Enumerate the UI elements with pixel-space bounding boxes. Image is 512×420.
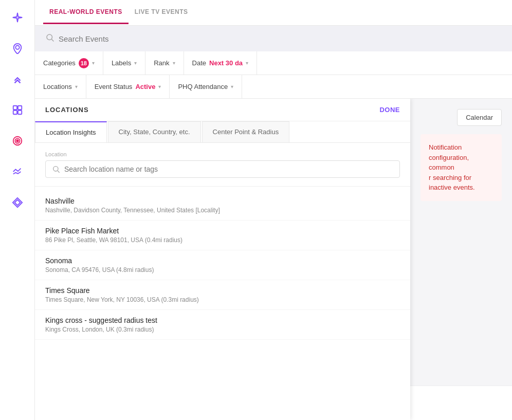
list-item[interactable]: Pike Place Fish Market 86 Pike Pl, Seatt… [35,221,410,250]
locations-panel-header: LOCATIONS DONE [35,99,410,121]
locations-filter[interactable]: Locations ▾ [43,75,86,98]
phq-attendance-label: PHQ Attendance [178,83,228,90]
event-status-chevron: ▾ [158,84,161,89]
svg-rect-1 [13,106,16,109]
date-label: Date [192,59,206,67]
svg-rect-2 [17,106,21,109]
sparkle-icon[interactable] [8,8,27,27]
svg-point-9 [53,167,58,171]
location-detail: Kings Cross, London, UK (0.3mi radius) [45,326,400,333]
svg-point-0 [15,46,19,49]
event-status-value: Active [135,83,155,90]
date-filter[interactable]: Date Next 30 da ▾ [184,51,258,75]
location-name: Pike Place Fish Market [45,227,400,235]
location-name: Kings cross - suggested radius test [45,316,400,324]
grid-icon[interactable] [8,101,27,119]
date-chevron: ▾ [246,60,248,66]
events-search-bar [35,26,512,51]
location-detail: Nashville, Davidson County, Tennessee, U… [45,207,400,214]
rank-filter[interactable]: Rank ▾ [145,51,184,75]
labels-label: Labels [112,59,131,67]
tab-live-tv-events[interactable]: LIVE TV EVENTS [129,1,194,24]
search-icon [45,33,54,44]
location-name: Sonoma [45,257,400,265]
location-name: Times Square [45,286,400,295]
location-pin-icon[interactable] [8,39,27,58]
labels-chevron: ▾ [134,60,137,66]
date-status: Next 30 da [209,59,243,67]
list-item[interactable]: Kings cross - suggested radius test King… [35,310,410,340]
list-item[interactable]: Nashville Nashville, Davidson County, Te… [35,191,410,221]
location-tabs: Location Insights City, State, Country, … [35,121,410,143]
location-detail: 86 Pike Pl, Seattle, WA 98101, USA (0.4m… [45,236,400,244]
location-search-icon [52,165,60,173]
categories-chevron: ▾ [92,60,95,66]
events-search-input[interactable] [59,34,502,43]
phq-chevron: ▾ [231,84,233,89]
location-name: Nashville [45,197,400,205]
content-area: LOCATIONS DONE Location Insights City, S… [35,99,512,420]
locations-panel-title: LOCATIONS [45,106,89,114]
top-tabs-bar: REAL-WORLD EVENTS LIVE TV EVENTS [35,0,512,26]
filter-row-1: Categories 18 ▾ Labels ▾ Rank ▾ Date Nex… [35,51,512,75]
notification-box: Notification configuration, commonr sear… [420,134,502,201]
svg-point-7 [16,140,19,142]
labels-filter[interactable]: Labels ▾ [103,51,145,75]
chart-icon[interactable] [8,162,27,181]
svg-rect-4 [17,111,21,114]
right-panel: Calendar Notification configuration, com… [410,99,512,420]
rank-chevron: ▾ [173,60,175,66]
rank-label: Rank [154,59,169,67]
main-content: REAL-WORLD EVENTS LIVE TV EVENTS Categor… [35,0,512,420]
phq-attendance-filter[interactable]: PHQ Attendance ▾ [170,75,242,98]
categories-filter[interactable]: Categories 18 ▾ [43,51,103,75]
location-detail: Times Square, New York, NY 10036, USA (0… [45,296,400,303]
svg-rect-3 [13,111,16,114]
location-list: Nashville Nashville, Davidson County, Te… [35,187,410,420]
double-chevron-up-icon[interactable] [8,70,27,88]
list-item[interactable]: Sonoma Sonoma, CA 95476, USA (4.8mi radi… [35,250,410,280]
tab-real-world-events[interactable]: REAL-WORLD EVENTS [43,1,129,24]
location-search-label: Location [45,151,400,157]
filter-row-2: Locations ▾ Event Status Active ▾ PHQ At… [35,75,512,99]
event-status-label: Event Status [95,83,133,90]
tab-location-insights[interactable]: Location Insights [35,121,107,142]
locations-label: Locations [43,83,72,90]
list-item[interactable]: Times Square Times Square, New York, NY … [35,280,410,310]
event-status-filter[interactable]: Event Status Active ▾ [86,75,170,98]
target-icon[interactable] [8,132,27,150]
location-search-area: Location [35,143,410,187]
locations-chevron: ▾ [75,84,78,89]
notification-text: Notification configuration, commonr sear… [429,143,475,191]
location-search-wrap [45,160,400,178]
tab-city-state-country[interactable]: City, State, Country, etc. [108,121,201,142]
svg-point-8 [47,34,52,40]
sidebar [0,0,35,420]
calendar-button[interactable]: Calendar [457,109,502,126]
done-button[interactable]: DONE [379,106,400,114]
categories-badge: 18 [79,58,89,68]
diamond-icon[interactable] [8,193,27,212]
location-search-input[interactable] [64,165,393,173]
locations-panel: LOCATIONS DONE Location Insights City, S… [35,99,410,420]
tab-center-point-radius[interactable]: Center Point & Radius [202,121,290,142]
categories-label: Categories [43,59,76,67]
location-detail: Sonoma, CA 95476, USA (4.8mi radius) [45,266,400,273]
